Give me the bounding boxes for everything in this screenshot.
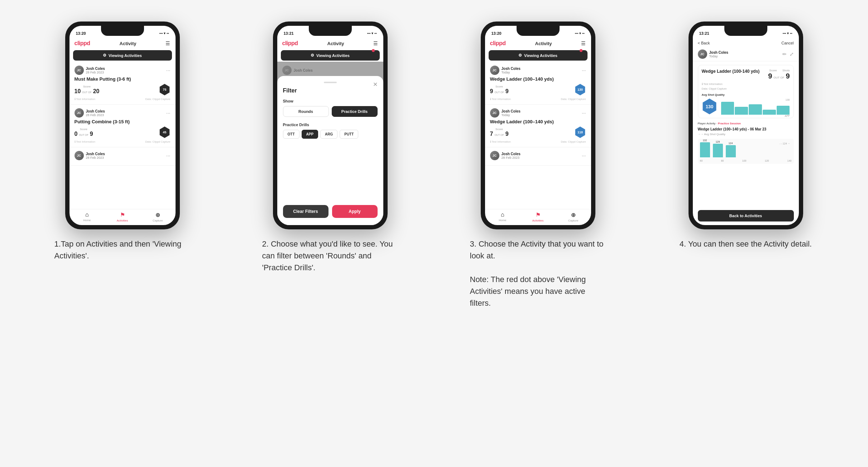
avatar-4: JC — [698, 49, 707, 59]
wifi-icon-3: ▾ — [579, 32, 581, 35]
user-info-1-2: JC Josh Coles 28 Feb 2023 — [75, 108, 105, 118]
detail-user-row-4: JC Josh Coles Today ✏ ⤢ — [693, 47, 799, 61]
clear-filters-btn-2[interactable]: Clear Filters — [283, 205, 329, 218]
caption-note-3: Note: The red dot above 'Viewing Activit… — [470, 275, 586, 308]
chart-bar-4-4 — [763, 110, 776, 115]
expand-icon-4[interactable]: ⤢ — [790, 51, 794, 57]
session-label-4: Player Activity · Practice Session — [698, 122, 794, 125]
nav-activities-3[interactable]: ⚑ Activities — [520, 211, 556, 222]
session-bar-2-4 — [713, 144, 723, 157]
viewing-activities-btn-3[interactable]: ⚙ Viewing Activities — [489, 50, 588, 61]
bottom-nav-1: ⌂ Home ⚑ Activities ⊕ Capture — [69, 209, 176, 225]
step-3: 13:20 ▪▪▪ ▾ ▪▪ clippd Activity ☰ ⚙ Viewi… — [434, 22, 642, 309]
activity-title-3-2: Wedge Ladder (100–140 yds) — [490, 119, 586, 124]
home-icon-1: ⌂ — [85, 211, 89, 218]
more-btn-1-1[interactable]: ··· — [166, 67, 171, 73]
sq-badge-3-1: 130 — [575, 84, 586, 95]
activity-title-3-1: Wedge Ladder (100–140 yds) — [490, 76, 586, 82]
data-source-3-2: Data: Clippd Capture — [561, 140, 586, 143]
back-activities-btn-4[interactable]: Back to Activities — [698, 210, 794, 221]
home-icon-3: ⌂ — [501, 211, 504, 218]
step-4: 13:21 ▪▪▪ ▾ ▪▪ < Back Cancel JC — [642, 22, 850, 250]
user-name-1-3: Josh Coles — [86, 152, 105, 156]
data-source-1-2: Data: Clippd Capture — [145, 140, 170, 143]
phone-4: 13:21 ▪▪▪ ▾ ▪▪ < Back Cancel JC — [689, 22, 803, 229]
drill-putt-2[interactable]: PUTT — [340, 130, 358, 139]
user-info-1-1: JC Josh Coles 28 Feb 2023 — [75, 66, 105, 75]
phone-notch-4 — [724, 26, 767, 36]
viewing-activities-btn-1[interactable]: ⚙ Viewing Activities — [73, 50, 172, 61]
sq-hex-4: 130 — [702, 99, 718, 114]
data-source-1-1: Data: Clippd Capture — [145, 97, 170, 101]
score-value-3-2: 7 — [490, 131, 493, 137]
activity-title-1-2: Putting Combine (3-15 ft) — [75, 119, 171, 124]
info-1-1: ℹ Test Information — [75, 97, 95, 101]
activity-title-1-1: Must Make Putting (3-6 ft) — [75, 76, 171, 82]
nav-home-3[interactable]: ⌂ Home — [485, 211, 521, 222]
more-btn-1-2[interactable]: ··· — [166, 110, 171, 116]
user-date-1-1: 28 Feb 2023 — [86, 71, 105, 74]
stats-row-1-2: Score 0 OUT OF 9 45 — [75, 127, 171, 138]
more-btn-3-2[interactable]: ··· — [582, 110, 586, 116]
viewing-activities-btn-2[interactable]: ⚙ Viewing Activities — [281, 50, 380, 61]
activity-card-1-3[interactable]: JC Josh Coles 28 Feb 2023 ··· — [69, 147, 176, 166]
user-date-3-1: Today — [502, 71, 521, 74]
phone-notch-1 — [101, 26, 144, 36]
nav-home-1[interactable]: ⌂ Home — [69, 211, 105, 222]
stats-row-3-2: Score 7 OUT OF 9 118 — [490, 127, 586, 138]
status-time-1: 13:20 — [76, 31, 86, 35]
detail-score-4: 9 — [768, 72, 772, 80]
detail-icons-4: ✏ ⤢ — [782, 51, 794, 57]
nav-activities-1[interactable]: ⚑ Activities — [105, 211, 140, 222]
nav-capture-1[interactable]: ⊕ Capture — [140, 211, 176, 222]
app-header-3: clippd Activity ☰ — [485, 39, 591, 49]
more-btn-3-3[interactable]: ··· — [582, 153, 586, 158]
activities-icon-1: ⚑ — [120, 211, 125, 218]
user-date-1-2: 28 Feb 2023 — [86, 113, 105, 117]
user-name-1-1: Josh Coles — [86, 67, 105, 71]
header-title-3: Activity — [535, 41, 552, 46]
activity-card-3-3[interactable]: JC Josh Coles 28 Feb 2023 ··· — [485, 147, 591, 166]
activity-card-3-2[interactable]: JC Josh Coles Today ··· Wedge Ladder (10… — [485, 105, 591, 147]
drill-app-2[interactable]: APP — [302, 130, 318, 139]
user-date-4: Today — [709, 54, 728, 58]
apply-btn-2[interactable]: Apply — [332, 205, 378, 218]
battery-icon-4: ▪▪ — [790, 32, 792, 35]
signal-icon: ▪▪▪ — [159, 32, 163, 35]
cancel-btn-4[interactable]: Cancel — [781, 41, 793, 45]
more-btn-1-3[interactable]: ··· — [166, 153, 171, 158]
close-icon-2[interactable]: ✕ — [373, 81, 378, 88]
activity-card-3-1[interactable]: JC Josh Coles Today ··· Wedge Ladder (10… — [485, 62, 591, 105]
menu-icon-1[interactable]: ☰ — [166, 40, 170, 46]
activity-card-1-2[interactable]: JC Josh Coles 28 Feb 2023 ··· Putting Co… — [69, 105, 176, 147]
activity-card-1-1[interactable]: JC Josh Coles 28 Feb 2023 ··· Must Make … — [69, 62, 176, 105]
data-source-3-1: Data: Clippd Capture — [561, 97, 586, 101]
drill-types-2: OTT APP ARG PUTT — [283, 130, 378, 139]
caption-step-2: 2. — [262, 239, 271, 248]
caption-4: 4. You can then see the Activity detail. — [680, 238, 812, 250]
sq-display-4: 130 130 APP — [702, 99, 790, 114]
header-title-2: Activity — [327, 41, 344, 46]
more-btn-3-1[interactable]: ··· — [582, 67, 586, 73]
back-btn-4[interactable]: < Back — [698, 41, 710, 45]
filter-modal-2: ✕ Filter Show Rounds Practice Drills Pra… — [277, 76, 383, 225]
drill-arg-2[interactable]: ARG — [320, 130, 337, 139]
user-name-3-3: Josh Coles — [502, 152, 521, 156]
outof-3-1: OUT OF — [494, 91, 504, 94]
tab-practice-drills-2[interactable]: Practice Drills — [332, 106, 378, 117]
outof-1-1: OUT OF — [82, 91, 91, 94]
menu-icon-2[interactable]: ☰ — [373, 40, 378, 46]
session-chart-4: 132 129 124 - - 1 — [698, 139, 794, 164]
status-time-3: 13:20 — [491, 31, 502, 35]
drill-ott-2[interactable]: OTT — [283, 130, 299, 139]
logo-2: clippd — [282, 40, 298, 47]
red-dot-3 — [580, 49, 582, 52]
detail-shots-4: 9 — [786, 72, 790, 80]
menu-icon-3[interactable]: ☰ — [581, 40, 586, 46]
edit-icon-4[interactable]: ✏ — [782, 51, 787, 57]
phone-3: 13:20 ▪▪▪ ▾ ▪▪ clippd Activity ☰ ⚙ Viewi… — [481, 22, 595, 229]
nav-capture-3[interactable]: ⊕ Capture — [556, 211, 591, 222]
tab-rounds-2[interactable]: Rounds — [283, 106, 329, 117]
status-icons-4: ▪▪▪ ▾ ▪▪ — [783, 32, 792, 35]
signal-icon-2: ▪▪▪ — [367, 32, 371, 35]
